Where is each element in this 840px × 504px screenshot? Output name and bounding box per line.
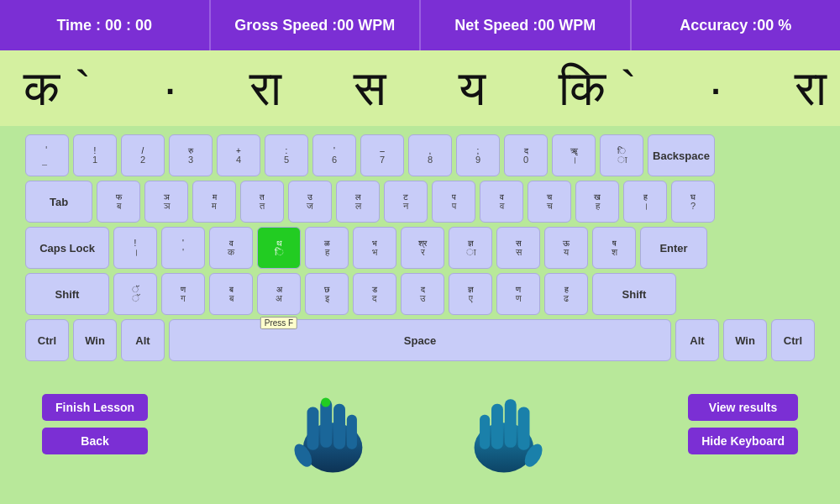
gross-unit: WPM	[358, 17, 395, 34]
stats-bar: Time : 00 : 00 Gross Speed : 00 WPM Net …	[0, 0, 840, 50]
key-y[interactable]: लल	[336, 181, 380, 223]
back-button[interactable]: Back	[42, 428, 148, 454]
view-results-button[interactable]: View results	[688, 394, 798, 421]
key-3[interactable]: रु3	[169, 134, 213, 176]
key-q[interactable]: फब	[97, 181, 140, 223]
key-row-1: ॒॑ !1 /2 रु3 +4 :5 '6 –7 ,8 ;9 द0 ॠ। िा …	[25, 134, 815, 176]
caps-lock-key[interactable]: Caps Lock	[25, 227, 109, 269]
hide-keyboard-button[interactable]: Hide Keyboard	[688, 428, 798, 454]
bottom-area: Finish Lesson Back	[0, 370, 840, 479]
alt-right-key[interactable]: Alt	[675, 319, 719, 361]
key-k[interactable]: ज्ञा	[449, 227, 492, 269]
key-n[interactable]: डद	[353, 273, 396, 315]
key-c[interactable]: बब	[209, 273, 253, 315]
svg-rect-9	[480, 415, 490, 449]
ctrl-left-key[interactable]: Ctrl	[25, 319, 69, 361]
key-4[interactable]: +4	[217, 134, 260, 176]
key-semicolon[interactable]: ऊय	[544, 227, 588, 269]
key-8[interactable]: ,8	[408, 134, 452, 176]
tab-key[interactable]: Tab	[25, 181, 92, 223]
key-row-3: Caps Lock !। '' वक थि ळह भभ श्रर ज्ञा सस…	[25, 227, 815, 269]
key-quote[interactable]: षश	[592, 227, 636, 269]
key-s[interactable]: ''	[161, 227, 205, 269]
ctrl-right-key[interactable]: Ctrl	[771, 319, 815, 361]
key-row-4: Shift ॅॅ णग बब अअ Press F छइ डद दउ ज्ञए …	[25, 273, 815, 315]
key-7[interactable]: –7	[360, 134, 404, 176]
net-value: 00	[538, 17, 554, 34]
gross-label: Gross Speed :	[234, 17, 337, 34]
svg-rect-2	[307, 407, 318, 450]
key-bracket-r[interactable]: ह।	[623, 181, 667, 223]
key-l[interactable]: सस	[496, 227, 540, 269]
left-buttons: Finish Lesson Back	[42, 394, 148, 454]
shift-left-key[interactable]: Shift	[25, 273, 109, 315]
key-h[interactable]: भभ	[353, 227, 396, 269]
key-z[interactable]: ॅॅ	[113, 273, 157, 315]
key-m[interactable]: दउ	[401, 273, 444, 315]
key-comma[interactable]: ज्ञए	[449, 273, 492, 315]
time-label: Time :	[56, 17, 101, 34]
right-hand	[452, 370, 553, 479]
key-j[interactable]: श्रर	[401, 227, 444, 269]
key-minus[interactable]: ॠ।	[552, 134, 596, 176]
accuracy-unit: %	[778, 17, 791, 34]
keyboard-area: ॒॑ !1 /2 रु3 +4 :5 '6 –7 ,8 ;9 द0 ॠ। िा …	[0, 126, 840, 370]
key-r[interactable]: तत	[240, 181, 284, 223]
key-x[interactable]: णग	[161, 273, 205, 315]
space-key[interactable]: Space	[169, 319, 671, 361]
key-period[interactable]: णण	[496, 273, 540, 315]
svg-rect-6	[347, 415, 357, 449]
accuracy-value: 00	[757, 17, 774, 34]
key-g[interactable]: ळह	[305, 227, 349, 269]
key-backslash[interactable]: घ?	[671, 181, 715, 223]
svg-rect-11	[504, 399, 516, 448]
key-row-5: Ctrl Win Alt Space Alt Win Ctrl	[25, 319, 815, 361]
key-o[interactable]: वव	[480, 181, 523, 223]
net-speed-stat: Net Speed : 00 WPM	[421, 0, 632, 50]
key-w[interactable]: ञञ	[144, 181, 188, 223]
enter-key[interactable]: Enter	[640, 227, 707, 269]
win-left-key[interactable]: Win	[73, 319, 117, 361]
key-bracket-l[interactable]: खह	[575, 181, 619, 223]
accuracy-stat: Accuracy : 00 %	[632, 0, 841, 50]
svg-rect-5	[333, 404, 345, 449]
key-e[interactable]: मम	[192, 181, 236, 223]
key-b[interactable]: छइ	[305, 273, 349, 315]
gross-speed-stat: Gross Speed : 00 WPM	[211, 0, 422, 50]
svg-rect-10	[491, 404, 503, 449]
svg-point-4	[321, 397, 330, 407]
key-a[interactable]: !।	[113, 227, 157, 269]
net-unit: WPM	[559, 17, 596, 34]
key-9[interactable]: ;9	[456, 134, 500, 176]
key-6[interactable]: '6	[312, 134, 356, 176]
win-right-key[interactable]: Win	[723, 319, 767, 361]
key-f[interactable]: थि	[257, 227, 301, 269]
press-f-tooltip: Press F	[260, 317, 297, 329]
hands-area	[284, 370, 553, 479]
finish-lesson-button[interactable]: Finish Lesson	[42, 394, 148, 421]
key-d[interactable]: वक	[209, 227, 253, 269]
key-t[interactable]: उज	[288, 181, 332, 223]
key-1[interactable]: !1	[73, 134, 117, 176]
alt-left-key[interactable]: Alt	[121, 319, 165, 361]
shift-right-key[interactable]: Shift	[592, 273, 676, 315]
hindi-text: क` · रा स य कि` · रा	[24, 60, 840, 118]
net-label: Net Speed :	[454, 17, 538, 34]
text-display-area: क` · रा स य कि` · रा	[0, 50, 840, 126]
key-p[interactable]: चच	[528, 181, 571, 223]
key-row-2: Tab फब ञञ मम तत उज लल टन पप वव चच खह ह। …	[25, 181, 815, 223]
key-backtick[interactable]: ॒॑	[25, 134, 69, 176]
time-stat: Time : 00 : 00	[0, 0, 211, 50]
key-i[interactable]: पप	[432, 181, 475, 223]
key-u[interactable]: टन	[384, 181, 428, 223]
right-buttons: View results Hide Keyboard	[688, 394, 798, 454]
key-2[interactable]: /2	[121, 134, 165, 176]
gross-value: 00	[337, 17, 354, 34]
key-0[interactable]: द0	[504, 134, 548, 176]
accuracy-label: Accuracy :	[680, 17, 757, 34]
key-5[interactable]: :5	[265, 134, 308, 176]
backspace-key[interactable]: Backspace	[648, 134, 715, 176]
key-slash[interactable]: हढ	[544, 273, 588, 315]
key-v[interactable]: अअ Press F	[257, 273, 301, 315]
key-equals[interactable]: िा	[600, 134, 643, 176]
